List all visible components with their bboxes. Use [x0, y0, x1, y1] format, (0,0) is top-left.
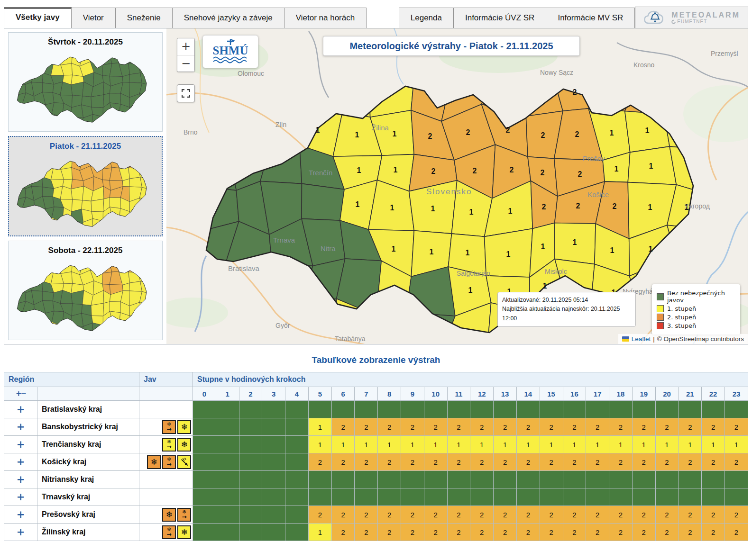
- column-header-steps: Stupne v hodinových krokoch: [193, 372, 748, 387]
- hour-cell-1: [216, 471, 239, 488]
- zoom-in-button[interactable]: +: [177, 38, 194, 55]
- hour-cell-5: 1: [308, 418, 331, 436]
- svg-text:SHMÚ: SHMÚ: [213, 44, 248, 57]
- fullscreen-button[interactable]: [177, 84, 195, 102]
- hour-header-6: 6: [331, 387, 355, 401]
- hour-cell-13: 2: [494, 506, 517, 524]
- hour-cell-7: 2: [355, 418, 378, 436]
- tab-vietor[interactable]: Vietor: [72, 8, 116, 28]
- hour-cell-0: [193, 471, 216, 488]
- hour-cell-11: [447, 471, 470, 488]
- meteoalarm-logo[interactable]: METEOALARM EUMETNET: [635, 7, 748, 28]
- hour-cell-9: [401, 488, 424, 506]
- tab-informacie-uvz-sr[interactable]: Informácie ÚVZ SR: [454, 8, 546, 28]
- svg-text:2: 2: [473, 167, 477, 175]
- hour-cell-13: [494, 488, 517, 506]
- thumbnail-title: Štvrtok - 20.11.2025: [48, 37, 123, 47]
- snow-drift-warning-icon[interactable]: ❄→: [162, 525, 176, 539]
- main-panel: Štvrtok - 20.11.2025 Piatok - 21.11.2025…: [4, 28, 748, 344]
- expand-row-button[interactable]: +: [4, 453, 37, 471]
- osm-attribution: © OpenStreetmap contributors: [657, 335, 744, 343]
- hour-header-18: 18: [609, 387, 633, 401]
- map-attribution: Leaflet | © OpenStreetmap contributors: [618, 334, 748, 344]
- tab-informacie-mv-sr[interactable]: Informácie MV SR: [546, 8, 635, 28]
- map-container[interactable]: 1111111122112211122111222112222111211111…: [166, 28, 748, 344]
- snow-drift-warning-icon[interactable]: ❄→: [162, 420, 176, 434]
- svg-text:Przemyśl: Przemyśl: [711, 50, 738, 57]
- hour-cell-5: 1: [308, 436, 331, 453]
- svg-text:1: 1: [316, 126, 320, 134]
- hour-cell-8: 2: [378, 524, 401, 541]
- svg-text:Olomouc: Olomouc: [238, 70, 264, 77]
- snow-warning-icon[interactable]: ❄: [162, 508, 176, 522]
- tab-legenda[interactable]: Legenda: [399, 8, 454, 28]
- hour-cell-2: [239, 453, 262, 471]
- snow-warning-icon[interactable]: ❄: [177, 438, 191, 452]
- hour-cell-1: [216, 436, 239, 453]
- expand-row-button[interactable]: +: [4, 436, 37, 453]
- expand-row-button[interactable]: +: [4, 471, 37, 488]
- snow-drift-warning-icon[interactable]: ❄→: [162, 438, 176, 452]
- hour-cell-6: [331, 488, 355, 506]
- hour-cell-4: [285, 506, 309, 524]
- snow-warning-icon[interactable]: ❄: [177, 525, 191, 539]
- hour-cell-16: [563, 471, 586, 488]
- hour-cell-1: [216, 453, 239, 471]
- leaflet-link[interactable]: Leaflet: [632, 335, 651, 343]
- tab-vsetky-javy[interactable]: Všetky javy: [4, 7, 72, 28]
- map-title: Meteorologické výstrahy - Piatok - 21.11…: [323, 36, 580, 56]
- tab-vietor-na-horach[interactable]: Vietor na horách: [284, 8, 367, 28]
- hour-cell-14: [516, 471, 540, 488]
- expand-row-button[interactable]: +: [4, 418, 37, 436]
- hour-cell-4: [285, 401, 309, 418]
- zoom-out-button[interactable]: −: [177, 55, 194, 72]
- hour-cell-9: 2: [401, 453, 424, 471]
- shmu-logo[interactable]: SHMÚ: [202, 35, 258, 68]
- svg-text:2: 2: [576, 202, 580, 210]
- wind-warning-icon[interactable]: [177, 455, 191, 469]
- hour-cell-18: 2: [609, 506, 633, 524]
- snow-warning-icon[interactable]: ❄: [147, 455, 161, 469]
- tab-snezenie[interactable]: Sneženie: [116, 8, 173, 28]
- shmu-logo-icon: SHMÚ: [206, 38, 255, 65]
- hour-cell-0: [193, 418, 216, 436]
- hour-header-15: 15: [540, 387, 563, 401]
- hour-cell-1: [216, 401, 239, 418]
- meteoalarm-wordmark: METEOALARM: [671, 11, 740, 19]
- region-name: Bratislavský kraj: [37, 401, 139, 418]
- hour-header-20: 20: [655, 387, 679, 401]
- hour-cell-5: 1: [308, 524, 331, 541]
- svg-text:Miskolc: Miskolc: [545, 268, 567, 275]
- expand-collapse-all-button[interactable]: +−: [4, 387, 37, 401]
- svg-text:2: 2: [431, 167, 436, 175]
- table-row-presovsky-kraj: + Prešovský kraj ❄❄→ 2222222222222222222: [4, 506, 748, 524]
- hour-header-4: 4: [285, 387, 309, 401]
- hour-cell-19: 1: [632, 436, 655, 453]
- thumbnail-map: [10, 47, 160, 129]
- snow-warning-icon[interactable]: ❄: [177, 420, 191, 434]
- warning-icons-cell: [139, 471, 193, 488]
- hour-cell-22: 2: [702, 453, 725, 471]
- day-thumbnail-stvrtok-20-11-2025[interactable]: Štvrtok - 20.11.2025: [8, 32, 163, 132]
- expand-row-button[interactable]: +: [4, 506, 37, 524]
- day-thumbnail-sobota-22-11-2025[interactable]: Sobota - 22.11.2025: [8, 241, 163, 340]
- tab-snehove-jazyky-a-zaveje[interactable]: Snehové jazyky a záveje: [173, 8, 284, 28]
- warning-icons-cell: ❄❄→: [139, 506, 193, 524]
- day-thumbnail-piatok-21-11-2025[interactable]: Piatok - 21.11.2025: [8, 136, 163, 236]
- legend-label: Bez nebezpečných javov: [667, 289, 735, 304]
- hour-cell-22: 2: [702, 418, 725, 436]
- hour-cell-13: [494, 401, 517, 418]
- expand-row-button[interactable]: +: [4, 524, 37, 541]
- hour-cell-20: 2: [655, 418, 679, 436]
- snow-drift-warning-icon[interactable]: ❄→: [177, 508, 191, 522]
- hour-cell-23: [724, 401, 748, 418]
- warning-icons-cell: ❄→❄: [139, 524, 193, 541]
- expand-row-button[interactable]: +: [4, 401, 37, 418]
- hour-cell-5: [308, 401, 331, 418]
- hour-cell-8: 2: [378, 506, 401, 524]
- expand-row-button[interactable]: +: [4, 488, 37, 506]
- hour-header-17: 17: [586, 387, 609, 401]
- snow-drift-warning-icon[interactable]: ❄→: [162, 455, 176, 469]
- hour-cell-23: [724, 488, 748, 506]
- hour-header-10: 10: [424, 387, 447, 401]
